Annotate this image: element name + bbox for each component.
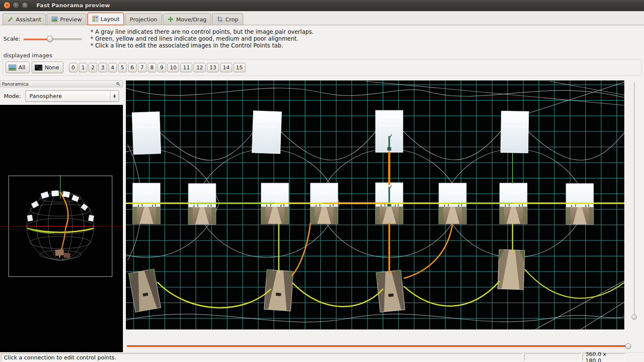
image-toggle-9[interactable]: 9 [158,63,166,72]
panoramica-header[interactable]: Panoramica [0,80,123,87]
panosphere-preview[interactable] [0,105,123,352]
maximize-button[interactable]: ▫ [21,2,29,9]
tab-label: Preview [60,16,82,23]
show-none-label: None [45,64,59,71]
legend-note-gray: * A gray line indicates there are no con… [90,29,313,36]
preview-icon [51,16,58,22]
mode-value: Panosphere [26,93,110,99]
show-none-button[interactable]: None [32,62,63,73]
no-images-icon [35,65,42,71]
tab-crop[interactable]: Crop [212,13,243,25]
scale-slider-handle[interactable] [47,36,53,42]
legend-note-colors: * Green, yellow and red lines indicate g… [90,36,313,42]
panoramica-panel: Panoramica Mode: Panosphere ▲▼ [0,77,123,352]
tab-label: Layout [101,16,119,22]
image-toggle-4[interactable]: 4 [108,63,117,72]
main-area: Panoramica Mode: Panosphere ▲▼ [0,77,644,352]
image-toggle-3[interactable]: 3 [98,63,107,72]
image-toggle-10[interactable]: 10 [167,63,179,72]
status-spacer-cell [524,353,581,361]
panoramica-title: Panoramica [2,81,28,86]
legend-notes: * A gray line indicates there are no con… [90,29,313,49]
image-toggle-8[interactable]: 8 [148,63,156,72]
tab-projection[interactable]: Projection [125,13,162,25]
status-bar: Click a connection to edit control point… [0,352,644,362]
image-toggle-5[interactable]: 5 [118,63,127,72]
tab-label: Crop [225,16,238,23]
image-toggle-1[interactable]: 1 [79,63,87,72]
mode-row: Mode: Panosphere ▲▼ [0,87,123,105]
tab-label: Projection [130,16,157,23]
vertical-scrollbar-knob[interactable] [632,315,637,320]
displayed-images-group: displayed images All None 0 1 2 3 4 5 6 … [3,52,641,76]
panosphere-canvas[interactable] [0,105,123,352]
tab-label: Move/Drag [176,16,206,23]
image-toggle-12[interactable]: 12 [194,63,206,72]
mode-label: Mode: [4,93,21,99]
layout-canvas[interactable] [126,80,624,329]
minimize-button[interactable]: − [12,2,20,9]
tab-bar: Assistant Preview Layout Projection Move… [0,11,644,25]
image-toggle-14[interactable]: 14 [220,63,232,72]
tab-preview[interactable]: Preview [47,13,86,25]
pano-dimensions: 360.0 x 180.0 [582,353,625,361]
horizontal-scrollbar-track[interactable] [127,345,631,347]
image-toggle-0[interactable]: 0 [69,63,78,72]
image-toggle-2[interactable]: 2 [89,63,97,72]
tab-move-drag[interactable]: Move/Drag [163,13,211,25]
tab-label: Assistant [16,16,41,23]
tab-assistant[interactable]: Assistant [3,13,46,25]
horizontal-scrollbar[interactable] [126,341,644,352]
image-toggle-7[interactable]: 7 [138,63,146,72]
scale-label: Scale: [3,36,20,42]
vertical-scrollbar[interactable] [624,80,644,338]
assistant-icon [7,16,14,22]
image-toggle-15[interactable]: 15 [233,63,245,72]
legend-note-click: * Click a line to edit the associated im… [90,42,313,49]
image-toggle-6[interactable]: 6 [128,63,137,72]
scale-slider-fill [24,39,48,40]
spinner-arrows-icon[interactable]: ▲▼ [110,91,119,101]
tab-layout[interactable]: Layout [87,12,124,25]
crop-icon [217,16,223,22]
vertical-scrollbar-track[interactable] [634,82,635,320]
mode-select[interactable]: Panosphere ▲▼ [25,90,119,102]
show-all-label: All [18,64,25,71]
move-drag-icon [167,16,174,22]
all-images-icon [9,65,16,71]
close-button[interactable]: ✕ [3,2,11,9]
window-title: Fast Panorama preview [36,2,110,9]
show-all-button[interactable]: All [6,62,30,73]
image-toggle-13[interactable]: 13 [207,63,219,72]
image-toggle-11[interactable]: 11 [180,63,192,72]
canvas-column [126,77,644,352]
panel-splitter[interactable] [123,77,126,352]
app-window: ✕ − ▫ Fast Panorama preview Assistant Pr… [0,0,644,362]
pin-icon[interactable] [116,82,121,86]
status-message: Click a connection to edit control point… [1,353,522,361]
displayed-images-box: All None 0 1 2 3 4 5 6 7 8 9 10 11 12 13… [3,59,641,76]
horizontal-scrollbar-knob[interactable] [625,343,631,349]
scale-section: Scale: * A gray line indicates there are… [0,25,644,51]
titlebar[interactable]: ✕ − ▫ Fast Panorama preview [0,0,644,11]
layout-icon [92,16,98,22]
scale-slider[interactable] [24,36,82,42]
displayed-images-label: displayed images [3,52,641,59]
